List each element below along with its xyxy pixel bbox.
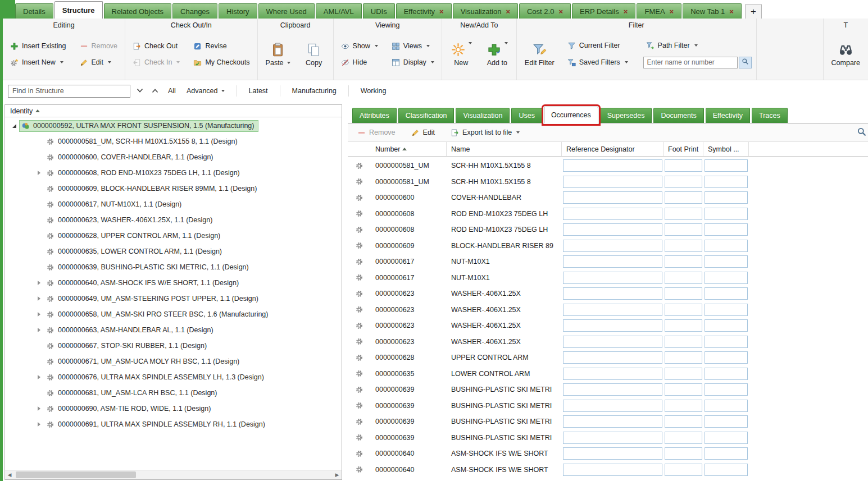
display-button[interactable]: Display (389, 57, 437, 68)
symbol-input[interactable] (705, 304, 748, 316)
tree-node-content[interactable]: 0000000649, UM_ASM-STEERING POST UPPER, … (44, 293, 263, 305)
foot-print-input[interactable] (665, 272, 702, 284)
tree-node[interactable]: 0000000671, UM_ASM-UCA MOLY RH BSC, 1.1 … (5, 354, 342, 369)
tree-node[interactable]: 0000000635, LOWER CONTROL ARM, 1.1 (Desi… (5, 244, 342, 259)
tree-node[interactable]: 0000000649, UM_ASM-STEERING POST UPPER, … (5, 291, 342, 306)
occurrence-row[interactable]: 0000000608ROD END-M10X23 75DEG LH (348, 222, 868, 238)
reference-designator-input[interactable] (563, 432, 662, 444)
tree-node-content[interactable]: 0000000623, WASHER-.406X1.25X, 1.1 (Desi… (44, 214, 217, 226)
tree-node[interactable]: 0000000676, ULTRA MAX SPINDLE ASSEMBLY L… (5, 369, 342, 385)
tree-node-content[interactable]: 0000000640, ASM-SHOCK IFS W/E SHORT, 1.1… (44, 277, 243, 289)
tab-close-icon[interactable]: × (506, 8, 510, 15)
reference-designator-input[interactable] (563, 223, 662, 236)
expand-icon[interactable] (34, 375, 44, 379)
tree-column-header-identity[interactable]: Identity (5, 105, 342, 117)
symbol-input[interactable] (705, 319, 748, 332)
expand-icon[interactable] (34, 281, 44, 285)
tree-node-content[interactable]: 0000000608, ROD END-M10X23 75DEG LH, 1.1… (44, 167, 244, 179)
symbol-input[interactable] (705, 432, 748, 444)
detail-tab-uses[interactable]: Uses (511, 108, 542, 123)
tree-node[interactable]: 0000000667, STOP-SKI RUBBER, 1.1 (Design… (5, 338, 342, 354)
occurrence-row[interactable]: 0000000623WASHER-.406X1.25X (348, 334, 868, 350)
tree-node[interactable]: 0000000609, BLOCK-HANDLEBAR RISER 89MM, … (5, 181, 342, 196)
hide-button[interactable]: Hide (338, 57, 381, 68)
detail-tab-classification[interactable]: Classification (398, 108, 455, 123)
occurrence-row[interactable]: 0000000623WASHER-.406X1.25X (348, 318, 868, 334)
find-advanced-button[interactable]: Advanced (183, 86, 228, 96)
reference-designator-input[interactable] (563, 159, 662, 172)
tab-close-icon[interactable]: × (670, 8, 674, 15)
tree-node-content[interactable]: 0000000600, COVER-HANDLEBAR, 1.1 (Design… (44, 152, 218, 163)
tree-node-content[interactable]: 0000000581_UM, SCR-HH M10X1.5X155 8, 1.1… (44, 136, 242, 148)
occurrence-row[interactable]: 0000000628UPPER CONTROL ARM (348, 350, 868, 366)
expand-icon[interactable] (34, 312, 44, 317)
symbol-input[interactable] (705, 415, 748, 428)
foot-print-input[interactable] (665, 159, 702, 172)
symbol-input[interactable] (705, 159, 748, 172)
tree-node-content[interactable]: 0000000690, ASM-TIE ROD, WIDE, 1.1 (Desi… (44, 403, 215, 415)
occurrence-row[interactable]: 0000000623WASHER-.406X1.25X (348, 302, 868, 318)
tree-node[interactable]: 0000000640, ASM-SHOCK IFS W/E SHORT, 1.1… (5, 275, 342, 291)
foot-print-input[interactable] (665, 319, 702, 332)
foot-print-input[interactable] (665, 447, 702, 460)
occurrence-row[interactable]: 0000000581_UMSCR-HH M10X1.5X155 8 (348, 174, 868, 190)
paste-button[interactable]: Paste (262, 41, 294, 68)
current-filter-button[interactable]: Current Filter (565, 40, 631, 51)
reference-designator-input[interactable] (563, 383, 662, 396)
reference-designator-input[interactable] (563, 240, 662, 252)
tab-close-icon[interactable]: × (439, 8, 444, 15)
insert-new-button[interactable]: Insert New (7, 57, 69, 68)
tab-close-icon[interactable]: × (624, 8, 628, 15)
foot-print-input[interactable] (665, 191, 702, 204)
tab-cost-2-0[interactable]: Cost 2.0× (519, 3, 571, 19)
reference-designator-input[interactable] (563, 191, 662, 204)
add-tab-button[interactable]: + (745, 4, 762, 19)
symbol-input[interactable] (705, 272, 748, 284)
tab-fmea[interactable]: FMEA× (637, 3, 681, 19)
symbol-input[interactable] (705, 383, 748, 396)
detail-tab-documents[interactable]: Documents (653, 108, 703, 123)
show-button[interactable]: Show (338, 41, 381, 52)
tree-node-content[interactable]: 0000000676, ULTRA MAX SPINDLE ASSEMBLY L… (44, 372, 269, 383)
tab-effectivity[interactable]: Effectivity× (396, 3, 452, 19)
foot-print-input[interactable] (665, 255, 702, 268)
tab-visualization[interactable]: Visualization× (453, 3, 518, 19)
detail-tab-visualization[interactable]: Visualization (456, 108, 510, 123)
occurrence-row[interactable]: 0000000635LOWER CONTROL ARM (348, 366, 868, 382)
reference-designator-input[interactable] (563, 447, 662, 460)
tree-node[interactable]: 0000000608, ROD END-M10X23 75DEG LH, 1.1… (5, 165, 342, 181)
tree-node-content[interactable]: 0000000658, UM_ASM-SKI PRO STEER BSC, 1.… (44, 309, 272, 320)
tab-changes[interactable]: Changes (172, 3, 217, 19)
tree-node-content[interactable]: 0000000667, STOP-SKI RUBBER, 1.1 (Design… (44, 340, 211, 352)
expand-icon[interactable] (34, 296, 44, 301)
foot-print-input[interactable] (665, 336, 702, 348)
tree-node[interactable]: 0000000581_UM, SCR-HH M10X1.5X155 8, 1.1… (5, 134, 342, 149)
occurrences-remove-button[interactable]: Remove (355, 127, 398, 138)
detail-tab-supersedes[interactable]: Supersedes (600, 108, 652, 123)
symbol-input[interactable] (705, 464, 748, 476)
reference-designator-input[interactable] (563, 336, 662, 348)
add-to-button[interactable]: Add to (483, 41, 512, 68)
occurrence-row[interactable]: 0000000617NUT-M10X1 (348, 270, 868, 286)
occurrence-row[interactable]: 0000000581_UMSCR-HH M10X1.5X155 8 (348, 158, 868, 174)
tree-node[interactable]: 0000000690, ASM-TIE ROD, WIDE, 1.1 (Desi… (5, 401, 342, 416)
tab-new-tab-1[interactable]: New Tab 1× (683, 3, 742, 19)
views-button[interactable]: Views (389, 41, 437, 52)
foot-print-input[interactable] (665, 176, 702, 188)
tree-node[interactable]: 0000000658, UM_ASM-SKI PRO STEER BSC, 1.… (5, 306, 342, 322)
occurrence-row[interactable]: 0000000640ASM-SHOCK IFS W/E SHORT (348, 446, 868, 462)
foot-print-input[interactable] (665, 287, 702, 300)
foot-print-input[interactable] (665, 208, 702, 220)
occurrences-edit-button[interactable]: Edit (408, 127, 438, 138)
saved-filters-button[interactable]: Saved Filters (565, 57, 631, 68)
foot-print-input[interactable] (665, 432, 702, 444)
foot-print-input[interactable] (665, 415, 702, 428)
compare-button[interactable]: Compare (828, 41, 864, 68)
tree-node-content[interactable]: 0000000691, ULTRA MAX SPINDLE ASSEMBLY R… (44, 419, 270, 430)
tab-erp-details[interactable]: ERP Details× (572, 3, 635, 19)
foot-print-input[interactable] (665, 383, 702, 396)
expand-icon[interactable] (34, 406, 44, 411)
foot-print-input[interactable] (665, 240, 702, 252)
my-checkouts-button[interactable]: My Checkouts (190, 57, 252, 68)
path-filter-button[interactable]: Path Filter (643, 40, 752, 51)
